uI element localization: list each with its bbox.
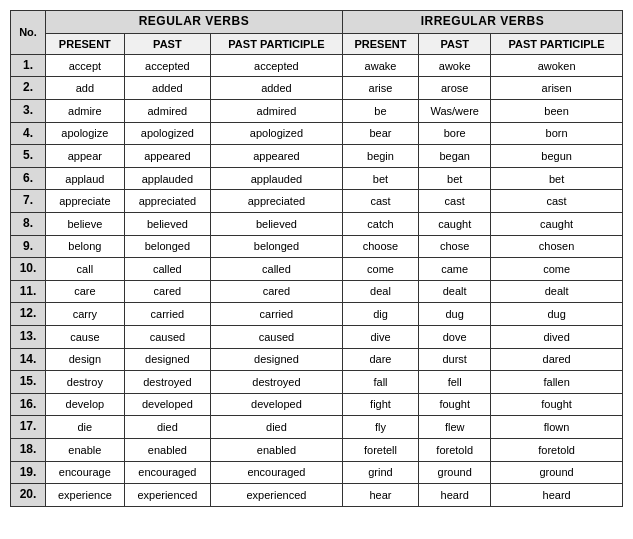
irregular-pp: awoken [491,54,623,77]
irregular-pp: fallen [491,371,623,394]
irregular-past: fought [419,393,491,416]
irregular-present: fight [342,393,418,416]
irregular-pp: been [491,100,623,123]
regular-present: appreciate [46,190,125,213]
table-row: 17.diedieddiedflyflewflown [11,416,623,439]
regular-pp: caused [211,326,343,349]
regular-present: apologize [46,122,125,145]
regular-pp: destroyed [211,371,343,394]
irregular-present: dare [342,348,418,371]
irregular-past: dove [419,326,491,349]
regular-past: designed [124,348,210,371]
row-number: 1. [11,54,46,77]
regular-present: encourage [46,461,125,484]
regular-present: believe [46,213,125,236]
table-row: 7.appreciateappreciatedappreciatedcastca… [11,190,623,213]
regular-present: care [46,280,125,303]
irregular-past: heard [419,484,491,507]
irregular-past: came [419,258,491,281]
regular-past: apologized [124,122,210,145]
table-row: 9.belongbelongedbelongedchoosechosechose… [11,235,623,258]
regular-present: accept [46,54,125,77]
regular-past: accepted [124,54,210,77]
irregular-pp: caught [491,213,623,236]
regular-present: design [46,348,125,371]
regular-past: destroyed [124,371,210,394]
irregular-past-header: PAST [419,33,491,54]
regular-pp: admired [211,100,343,123]
irregular-past: durst [419,348,491,371]
irregular-present: begin [342,145,418,168]
irregular-pp: flown [491,416,623,439]
table-row: 6.applaudapplaudedapplaudedbetbetbet [11,167,623,190]
irregular-present: arise [342,77,418,100]
regular-pp: called [211,258,343,281]
table-row: 3.admireadmiredadmiredbeWas/werebeen [11,100,623,123]
irregular-present: awake [342,54,418,77]
irregular-past: ground [419,461,491,484]
regular-pp: belonged [211,235,343,258]
table-row: 15.destroydestroyeddestroyedfallfellfall… [11,371,623,394]
irregular-present: dive [342,326,418,349]
irregular-past: Was/were [419,100,491,123]
regular-pp: appeared [211,145,343,168]
regular-past: caused [124,326,210,349]
regular-past: appreciated [124,190,210,213]
irregular-present: grind [342,461,418,484]
regular-past: admired [124,100,210,123]
table-row: 2.addaddedaddedarisearosearisen [11,77,623,100]
irregular-present: dig [342,303,418,326]
irregular-present: hear [342,484,418,507]
irregular-past: bore [419,122,491,145]
irregular-pp: dealt [491,280,623,303]
irregular-past: fell [419,371,491,394]
regular-verbs-header: REGULAR VERBS [46,11,343,34]
row-number: 16. [11,393,46,416]
regular-pp: accepted [211,54,343,77]
irregular-pp-header: PAST PARTICIPLE [491,33,623,54]
regular-pp: apologized [211,122,343,145]
irregular-present: choose [342,235,418,258]
row-number: 8. [11,213,46,236]
regular-past: belonged [124,235,210,258]
table-row: 11.carecaredcareddealdealtdealt [11,280,623,303]
row-number: 19. [11,461,46,484]
row-number: 6. [11,167,46,190]
irregular-pp: dug [491,303,623,326]
row-number: 5. [11,145,46,168]
irregular-pp: cast [491,190,623,213]
row-number: 7. [11,190,46,213]
irregular-past: chose [419,235,491,258]
regular-past: cared [124,280,210,303]
irregular-pp: foretold [491,438,623,461]
irregular-pp: ground [491,461,623,484]
irregular-present: cast [342,190,418,213]
regular-present: call [46,258,125,281]
regular-pp: enabled [211,438,343,461]
irregular-pp: arisen [491,77,623,100]
irregular-present-header: PRESENT [342,33,418,54]
regular-past: died [124,416,210,439]
irregular-present: come [342,258,418,281]
regular-past: developed [124,393,210,416]
table-row: 10.callcalledcalledcomecamecome [11,258,623,281]
regular-pp: carried [211,303,343,326]
irregular-past: dug [419,303,491,326]
regular-present: admire [46,100,125,123]
regular-past: experienced [124,484,210,507]
irregular-past: foretold [419,438,491,461]
irregular-pp: chosen [491,235,623,258]
irregular-present: bet [342,167,418,190]
irregular-present: foretell [342,438,418,461]
irregular-past: flew [419,416,491,439]
irregular-present: catch [342,213,418,236]
regular-past: added [124,77,210,100]
regular-pp: died [211,416,343,439]
regular-past: encouraged [124,461,210,484]
regular-pp: appreciated [211,190,343,213]
regular-pp: developed [211,393,343,416]
row-number: 12. [11,303,46,326]
irregular-pp: heard [491,484,623,507]
irregular-present: fly [342,416,418,439]
irregular-pp: born [491,122,623,145]
